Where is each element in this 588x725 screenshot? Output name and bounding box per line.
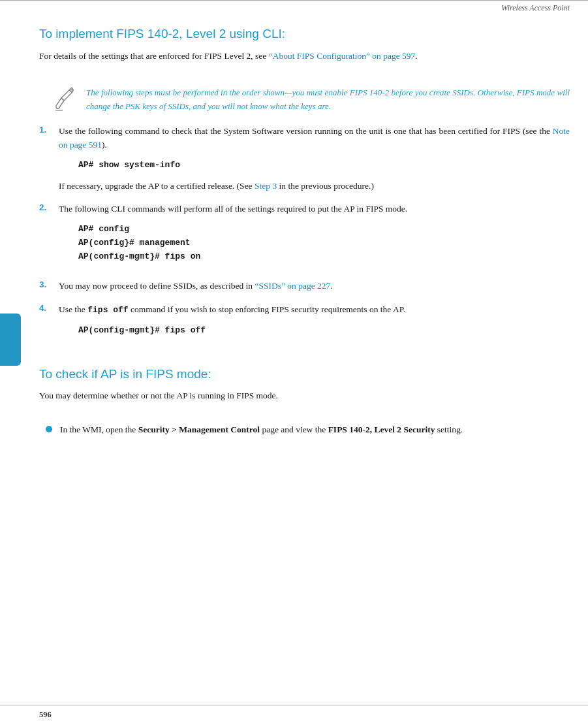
- step-4: 4. Use the fips off command if you wish …: [39, 302, 570, 344]
- page-number: 596: [39, 710, 52, 719]
- page-container: Wireless Access Point To implement FIPS …: [0, 0, 588, 725]
- step-3-num: 3.: [39, 280, 52, 289]
- step-1-code: AP# show system-info: [78, 159, 570, 172]
- step-4-text: Use the fips off command if you wish to …: [59, 302, 570, 317]
- step-2-content: The following CLI commands will perform …: [59, 202, 570, 270]
- note-text: The following steps must be performed in…: [86, 86, 570, 114]
- step-4-content: Use the fips off command if you wish to …: [59, 302, 570, 344]
- security-menu-bold: Security > Management Control: [138, 425, 260, 434]
- main-content: To implement FIPS 140-2, Level 2 using C…: [0, 16, 588, 457]
- step1-text-before: Use the following command to check that …: [59, 126, 553, 136]
- step-4-code: AP(config-mgmt}# fips off: [78, 324, 570, 338]
- step-3-text: You may now proceed to define SSIDs, as …: [59, 279, 570, 293]
- note-icon: [52, 88, 77, 112]
- step-3: 3. You may now proceed to define SSIDs, …: [39, 279, 570, 293]
- step-2: 2. The following CLI commands will perfo…: [39, 202, 570, 270]
- step-3-content: You may now proceed to define SSIDs, as …: [59, 279, 570, 293]
- bullet-1-text: In the WMI, open the Security > Manageme…: [60, 423, 463, 437]
- steps-list: 1. Use the following command to check th…: [39, 124, 570, 344]
- step-2-text: The following CLI commands will perform …: [59, 202, 570, 216]
- bullet-list: In the WMI, open the Security > Manageme…: [46, 423, 570, 437]
- header-title: Wireless Access Point: [501, 3, 570, 13]
- bullet-dot-1: [46, 426, 52, 432]
- step-1-text: Use the following command to check that …: [59, 124, 570, 152]
- footer: 596: [0, 705, 588, 725]
- section1-intro: For details of the settings that are enf…: [39, 49, 570, 63]
- note-box: The following steps must be performed in…: [52, 86, 570, 114]
- step-1-extra: If necessary, upgrade the AP to a certif…: [59, 179, 570, 193]
- fips-off-inline: fips off: [87, 305, 128, 315]
- fips-config-link[interactable]: “About FIPS Configuration” on page 597: [269, 51, 416, 61]
- bullet-item-1: In the WMI, open the Security > Manageme…: [46, 423, 570, 437]
- ssids-link[interactable]: “SSIDs” on page 227: [255, 281, 330, 291]
- intro-end: .: [415, 51, 417, 61]
- step1-text-after: ).: [102, 140, 107, 150]
- step-4-num: 4.: [39, 303, 52, 313]
- fips-setting-bold: FIPS 140-2, Level 2 Security: [328, 425, 435, 434]
- section2-intro: You may determine whether or not the AP …: [39, 389, 570, 403]
- section1-heading: To implement FIPS 140-2, Level 2 using C…: [39, 26, 570, 42]
- step-2-num: 2.: [39, 202, 52, 212]
- step-1-num: 1.: [39, 125, 52, 135]
- step-2-code: AP# config AP(config}# management AP(con…: [78, 223, 570, 263]
- step-1: 1. Use the following command to check th…: [39, 124, 570, 193]
- header-bar: Wireless Access Point: [0, 0, 588, 16]
- step3-link[interactable]: Step 3: [255, 181, 277, 191]
- step-1-content: Use the following command to check that …: [59, 124, 570, 193]
- section2-heading: To check if AP is in FIPS mode:: [39, 366, 570, 383]
- intro-text: For details of the settings that are enf…: [39, 51, 269, 61]
